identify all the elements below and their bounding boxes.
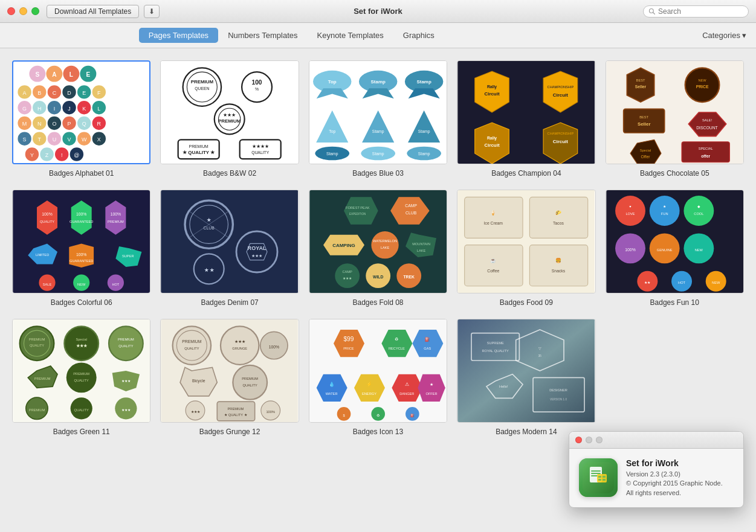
template-thumb-4[interactable]: Rally Circuit CHAMPIONSHIP Circuit Rally… [457, 60, 595, 164]
svg-text:PRICE: PRICE [343, 347, 354, 350]
template-item-11[interactable]: PREMIUM QUALITY Special ★★★ PREMIUM QUAL… [12, 319, 150, 436]
template-name-12: Badges Grunge 12 [199, 428, 260, 436]
svg-text:PREMIUM: PREMIUM [108, 220, 124, 223]
template-thumb-7[interactable]: ★ CLUB ROYAL ★★★ ★ ★ [160, 190, 299, 293]
svg-text:100%: 100% [267, 410, 275, 414]
svg-text:Y: Y [30, 152, 34, 158]
svg-text:PREMIUM: PREMIUM [189, 144, 208, 149]
svg-text:U: U [53, 136, 56, 143]
svg-text:Rally: Rally [487, 85, 497, 89]
svg-text:Stamp: Stamp [372, 129, 384, 134]
template-item-6[interactable]: 100% QUALITY 100% GUARANTEED 100% PREMIU… [12, 190, 150, 307]
categories-label: Categories [702, 31, 740, 40]
svg-text:F: F [97, 90, 101, 96]
template-thumb-5[interactable]: BEST Seller NEW PRICE BEST Seller SALE! … [606, 60, 744, 164]
svg-text:Stamp: Stamp [326, 152, 338, 156]
template-thumb-14[interactable]: SUPREME ROYAL QUALITY ▽ 35 Hello! DESIGN… [457, 319, 595, 423]
template-item-13[interactable]: $99 PRICE ♻ RECYCLE ⛽ GAS 💧 WATER ⚡ ENER… [309, 319, 447, 436]
svg-rect-201 [530, 197, 588, 238]
svg-point-268 [233, 365, 268, 400]
svg-text:O: O [52, 121, 56, 127]
tab-keynote-templates[interactable]: Keynote Templates [308, 28, 393, 43]
svg-line-1 [653, 12, 655, 14]
svg-text:Circuit: Circuit [553, 92, 568, 98]
svg-text:LOVE: LOVE [625, 212, 635, 216]
svg-rect-324 [598, 476, 601, 478]
maximize-button[interactable] [31, 7, 39, 15]
template-item-3[interactable]: Top Stamp Stamp Top Stamp Stamp [309, 60, 447, 178]
thumb-svg-14: SUPREME ROYAL QUALITY ▽ 35 Hello! DESIGN… [457, 319, 595, 422]
template-item-8[interactable]: FOREST PEAK EXPEDITION CAMP CLUB CAMPING… [309, 190, 447, 307]
template-thumb-1[interactable]: S A L E A B C D E F G H I J K [12, 60, 150, 164]
svg-text:C: C [53, 90, 57, 96]
search-icon [648, 8, 656, 15]
svg-point-261 [221, 326, 259, 364]
search-box[interactable] [643, 5, 749, 18]
svg-text:Bicycle: Bicycle [192, 379, 205, 383]
svg-rect-198 [465, 197, 523, 238]
svg-rect-204 [465, 245, 523, 286]
svg-rect-273 [218, 402, 255, 421]
minimize-button[interactable] [19, 7, 27, 15]
tab-graphics[interactable]: Graphics [393, 28, 444, 43]
app-icon [579, 458, 618, 497]
svg-text:CHAMPIONSHIP: CHAMPIONSHIP [548, 85, 574, 89]
svg-text:WATERMELON: WATERMELON [373, 239, 397, 243]
download-all-button[interactable]: Download All Templates [47, 5, 139, 18]
svg-text:A: A [23, 90, 27, 96]
svg-text:NEW: NEW [712, 281, 720, 284]
svg-text:★: ★ [663, 205, 666, 209]
download-icon-button[interactable]: ⬇ [144, 5, 160, 18]
template-item-5[interactable]: BEST Seller NEW PRICE BEST Seller SALE! … [606, 60, 744, 178]
template-thumb-13[interactable]: $99 PRICE ♻ RECYCLE ⛽ GAS 💧 WATER ⚡ ENER… [309, 319, 447, 423]
svg-text:S: S [36, 71, 40, 78]
template-thumb-2[interactable]: PREMIUM QUEEN 100 % ★★★ PREMIUM PREMIUM … [160, 60, 299, 164]
template-item-4[interactable]: Rally Circuit CHAMPIONSHIP Circuit Rally… [457, 60, 595, 178]
template-item-14[interactable]: SUPREME ROYAL QUALITY ▽ 35 Hello! DESIGN… [457, 319, 595, 436]
svg-text:QUALITY: QUALITY [118, 345, 133, 348]
template-thumb-8[interactable]: FOREST PEAK EXPEDITION CAMP CLUB CAMPING… [309, 190, 447, 293]
popup-close-button[interactable] [575, 437, 582, 443]
template-thumb-10[interactable]: ♥ LOVE ★ FUN ◆ COOL 100% GENUINE NEW ★★ [606, 190, 744, 293]
categories-button[interactable]: Categories ▾ [702, 31, 746, 40]
svg-text:K: K [82, 106, 86, 112]
template-thumb-11[interactable]: PREMIUM QUALITY Special ★★★ PREMIUM QUAL… [12, 319, 150, 423]
chevron-down-icon: ▾ [742, 31, 746, 40]
tab-pages-templates[interactable]: Pages Templates [139, 28, 219, 43]
svg-text:G: G [22, 106, 27, 112]
template-thumb-9[interactable]: 🍦 Ice Cream 🌮 Tacos ☕ Coffee 🍔 Snacks [457, 190, 595, 293]
svg-text:FOREST PEAK: FOREST PEAK [346, 206, 370, 210]
svg-text:NEW: NEW [77, 283, 86, 286]
close-button[interactable] [7, 7, 15, 15]
svg-text:Snacks: Snacks [552, 269, 566, 273]
svg-text:♻: ♻ [376, 414, 380, 417]
toolbar: Pages Templates Numbers Templates Keynot… [0, 23, 756, 48]
tab-numbers-templates[interactable]: Numbers Templates [218, 28, 307, 43]
svg-point-211 [615, 196, 645, 226]
template-item-9[interactable]: 🍦 Ice Cream 🌮 Tacos ☕ Coffee 🍔 Snacks Ba… [457, 190, 595, 307]
svg-text:HOT: HOT [678, 281, 685, 284]
template-thumb-3[interactable]: Top Stamp Stamp Top Stamp Stamp [309, 60, 447, 164]
svg-point-257 [173, 326, 211, 364]
popup-version: Version 2.3 (2.3.0) [626, 470, 734, 478]
popup-maximize-button[interactable] [596, 437, 603, 443]
template-item-12[interactable]: PREMIUM QUALITY ★★★ GRUNGE 100% Bicycle … [160, 319, 299, 436]
popup-minimize-button[interactable] [586, 437, 592, 443]
app-icon-svg [583, 462, 614, 493]
svg-text:★: ★ [430, 382, 433, 386]
template-item-7[interactable]: ★ CLUB ROYAL ★★★ ★ ★ Badges Denim 07 [160, 190, 299, 307]
svg-text:Stamp: Stamp [372, 152, 384, 156]
template-thumb-12[interactable]: PREMIUM QUALITY ★★★ GRUNGE 100% Bicycle … [160, 319, 299, 423]
template-thumb-6[interactable]: 100% QUALITY 100% GUARANTEED 100% PREMIU… [12, 190, 150, 293]
svg-text:L: L [69, 71, 73, 78]
template-item-1[interactable]: S A L E A B C D E F G H I J K [12, 60, 150, 178]
template-item-2[interactable]: PREMIUM QUEEN 100 % ★★★ PREMIUM PREMIUM … [160, 60, 299, 178]
svg-text:D: D [67, 90, 71, 96]
search-input[interactable] [658, 7, 743, 16]
svg-text:SUPER: SUPER [122, 254, 134, 258]
svg-text:🌮: 🌮 [555, 210, 561, 216]
svg-text:★★★: ★★★ [76, 344, 88, 348]
popup-body: Set for iWork Version 2.3 (2.3.0) © Copy… [569, 449, 743, 507]
svg-text:LAKE: LAKE [381, 246, 390, 250]
template-item-10[interactable]: ♥ LOVE ★ FUN ◆ COOL 100% GENUINE NEW ★★ [606, 190, 744, 307]
